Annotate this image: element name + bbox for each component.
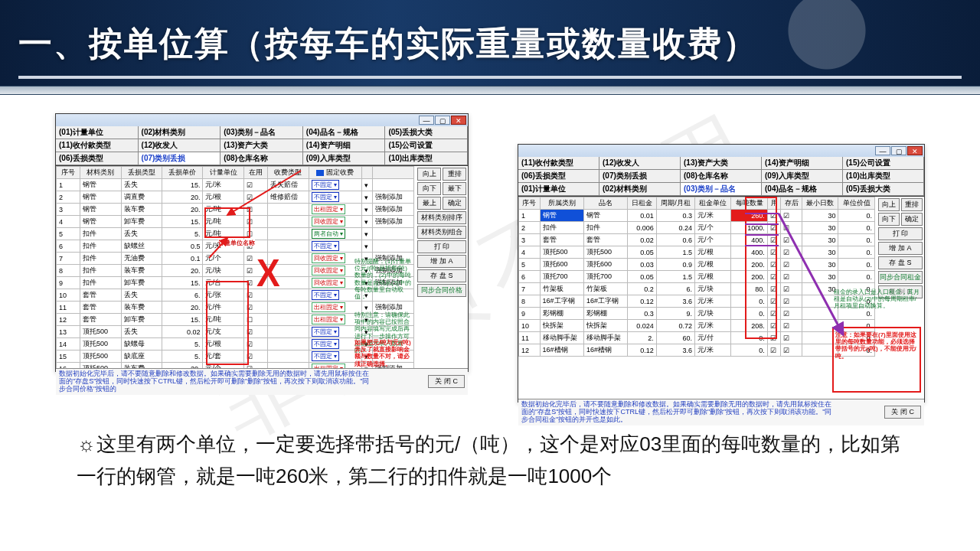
left-footer: 数据初始化完毕后，请不要随意删除和修改数据。如果确实需要删除无用的数据时，请先用… bbox=[56, 368, 468, 395]
side-button[interactable]: 材料类别组合 bbox=[417, 226, 466, 239]
side-button[interactable]: 最上 bbox=[417, 197, 441, 210]
tab[interactable]: (01)计量单位 bbox=[518, 183, 599, 196]
tab[interactable]: (08)仓库名称 bbox=[681, 170, 762, 183]
window-max[interactable]: ▢ bbox=[435, 116, 450, 125]
tab[interactable]: (12)收发人 bbox=[139, 139, 221, 152]
tab[interactable]: (04)品名－规格 bbox=[762, 183, 843, 196]
tab[interactable]: (15)公司设置 bbox=[385, 139, 468, 152]
table-row[interactable]: 1钢管钢管0.010.3元/米260.☑☑300. bbox=[519, 210, 875, 222]
left-window: — ▢ ✕ (01)计量单位(02)材料类别(03)类别－品名(04)品名－规格… bbox=[55, 113, 469, 372]
tab[interactable]: (05)丢损大类 bbox=[843, 183, 924, 196]
table-row[interactable]: 9扣件卸车费15.元/台☑回收固定 ▾▾强制添加 bbox=[57, 277, 414, 289]
table-row[interactable]: 3钢管装车费20.元/吨☑出租固定 ▾▾强制添加 bbox=[57, 204, 414, 216]
table-row[interactable]: 9彩钢棚彩钢棚0.39.元/块0.☑☑0. bbox=[519, 308, 875, 320]
table-row[interactable]: 10快拆架快拆架0.0240.72元/米208.☑☑0. bbox=[519, 320, 875, 332]
table-row[interactable]: 6扣件缺螺丝0.5元/米☑不固定 ▾▾ bbox=[57, 240, 414, 253]
side-button[interactable]: 材料类别排序 bbox=[417, 211, 466, 224]
tab[interactable]: (02)材料类别 bbox=[599, 183, 681, 196]
tab[interactable]: (06)丢损类型 bbox=[518, 170, 599, 183]
col-header: 单位价值 bbox=[838, 197, 875, 210]
table-row[interactable]: 1钢管丢失15.元/米☑丢失赔偿不固定 ▾▾ bbox=[57, 179, 414, 191]
side-button[interactable]: 增 加 A bbox=[878, 242, 923, 255]
side-button[interactable]: 打 印 bbox=[417, 240, 466, 253]
window-close[interactable]: ✕ bbox=[907, 146, 923, 155]
table-row[interactable]: 12套管卸车费15.元/吨☐出租固定 ▾▾ bbox=[57, 314, 414, 326]
tab[interactable]: (13)资产大类 bbox=[681, 157, 762, 170]
table-row[interactable]: 13顶托500丢失0.02元/支☑不固定 ▾▾ bbox=[57, 326, 414, 338]
table-row[interactable]: 15顶托500缺底座5.元/套☑不固定 ▾▾ bbox=[57, 350, 414, 363]
right-footer: 数据初始化完毕后，请不要随意删除和修改数据。如果确实需要删除无用的数据时，请先用… bbox=[518, 399, 924, 425]
tab[interactable]: (03)类别－品名 bbox=[681, 183, 762, 196]
tab[interactable]: (09)入库类型 bbox=[762, 170, 843, 183]
tab[interactable]: (10)出库类型 bbox=[385, 152, 468, 165]
tab[interactable]: (12)收发人 bbox=[599, 157, 681, 170]
slide-title: 一、按单位算（按每车的实际重量或数量收费） bbox=[18, 21, 962, 79]
col-header: 所属类别 bbox=[540, 197, 583, 210]
table-row[interactable]: 6顶托700顶托7000.051.5元/根200.☑☑300. bbox=[519, 271, 875, 283]
tab[interactable]: (06)丢损类型 bbox=[56, 152, 139, 165]
table-row[interactable]: 5顶托600顶托6000.030.9元/根200.☑☑300. bbox=[519, 259, 875, 271]
table-row[interactable]: 5扣件丢失5.元/吨☐两者自动 ▾▾ bbox=[57, 228, 414, 240]
side-button[interactable]: 同步合同租金 bbox=[878, 271, 923, 284]
col-header: 计量单位 bbox=[203, 167, 243, 179]
side-button[interactable]: 增 加 A bbox=[417, 255, 466, 268]
tab[interactable]: (05)丢损大类 bbox=[385, 126, 468, 139]
side-button[interactable]: 向上 bbox=[417, 168, 441, 181]
tab[interactable]: (01)计量单位 bbox=[56, 126, 139, 139]
right-side-buttons: 向上重排向下确定打 印增 加 A存 盘 S同步合同租金复 制 E bbox=[878, 197, 923, 298]
tab[interactable]: (11)收付款类型 bbox=[56, 139, 139, 152]
side-button[interactable]: 重排 bbox=[443, 168, 466, 181]
table-row[interactable]: 4钢管卸车费15.元/吨☑回收固定 ▾▾强制添加 bbox=[57, 216, 414, 228]
table-row[interactable]: 7扣件无油费0.1元/个☑回收固定 ▾▾强制添加 bbox=[57, 253, 414, 265]
tab[interactable]: (13)资产大类 bbox=[220, 139, 303, 152]
side-button[interactable]: 最下 bbox=[443, 182, 466, 195]
tab[interactable]: (15)公司设置 bbox=[843, 157, 924, 170]
table-row[interactable]: 7竹架板竹架板0.26.元/块80.☑☑300. bbox=[519, 283, 875, 295]
tab[interactable]: (14)资产明细 bbox=[303, 139, 386, 152]
window-max[interactable]: ▢ bbox=[891, 146, 906, 155]
side-button[interactable]: 同步合同价格 bbox=[417, 284, 466, 297]
tab[interactable]: (04)品名－规格 bbox=[303, 126, 386, 139]
table-row[interactable]: 14顶托500缺螺母5.元/根☑不固定 ▾▾ bbox=[57, 338, 414, 350]
left-side-buttons: 向上重排向下最下最上确定材料类别排序材料类别组合打 印增 加 A存 盘 S同步合… bbox=[417, 166, 466, 297]
table-row[interactable]: 2扣件扣件0.0060.24元/个1000.☑☑300. bbox=[519, 222, 875, 234]
table-row[interactable]: 1216#槽钢16#槽钢0.123.6元/米0.☑☑0. bbox=[519, 344, 875, 357]
tab[interactable]: (02)材料类别 bbox=[139, 126, 221, 139]
window-min[interactable]: — bbox=[419, 116, 434, 125]
side-button[interactable]: 重排 bbox=[901, 198, 923, 211]
table-row[interactable]: 10套管丢失6.元/张☑不固定 ▾▾ bbox=[57, 289, 414, 302]
table-row[interactable]: 11移动脚手架移动脚手架2.60.元/付0.☑☑0. bbox=[519, 332, 875, 344]
tab[interactable]: (10)出库类型 bbox=[843, 170, 924, 183]
table-row[interactable]: 2钢管调直费20.元/根☑维修赔偿不固定 ▾▾强制添加 bbox=[57, 191, 414, 204]
side-button[interactable]: 存 盘 S bbox=[878, 256, 923, 269]
side-button[interactable]: 向上 bbox=[878, 198, 900, 211]
side-button[interactable]: 向下 bbox=[878, 213, 900, 226]
tab[interactable]: (08)仓库名称 bbox=[220, 152, 303, 165]
right-close-button[interactable]: 关 闭 C bbox=[884, 406, 921, 419]
tab[interactable]: (03)类别－品名 bbox=[220, 126, 303, 139]
left-tabs: (01)计量单位(02)材料类别(03)类别－品名(04)品名－规格(05)丢损… bbox=[56, 126, 468, 166]
tab[interactable]: (11)收付款类型 bbox=[518, 157, 599, 170]
table-row[interactable]: 11套管装车费20.元/件☑出租固定 ▾▾强制添加 bbox=[57, 302, 414, 314]
table-row[interactable]: 4顶托500顶托5000.051.5元/根400.☑☑300. bbox=[519, 246, 875, 259]
tab[interactable]: (09)入库类型 bbox=[303, 152, 386, 165]
table-row[interactable]: 16顶托500装车费20.元/个☑出租固定 ▾▾强制添加 bbox=[57, 363, 414, 369]
side-button[interactable]: 确定 bbox=[443, 197, 466, 210]
side-button[interactable]: 复 制 E bbox=[878, 285, 923, 298]
tab[interactable]: (14)资产明细 bbox=[762, 157, 843, 170]
window-min[interactable]: — bbox=[875, 146, 890, 155]
window-close[interactable]: ✕ bbox=[451, 116, 466, 125]
side-button[interactable]: 存 盘 S bbox=[417, 269, 466, 282]
side-button[interactable]: 向下 bbox=[417, 182, 441, 195]
tab[interactable]: (07)类别丢损 bbox=[139, 152, 221, 165]
table-row[interactable]: 816#工字钢16#工字钢0.123.6元/米0.☑☑0. bbox=[519, 295, 875, 308]
side-button[interactable]: 打 印 bbox=[878, 227, 923, 240]
tab[interactable]: (07)类别丢损 bbox=[599, 170, 681, 183]
table-row[interactable]: 8扣件装车费20.元/块☑回收固定 ▾▾强制添加 bbox=[57, 265, 414, 277]
table-row[interactable]: 3套管套管0.020.6元/个400.☑☑300. bbox=[519, 234, 875, 246]
right-table: 序号所属类别品名日租金周期/月租租金单位每吨数量用存后最小日数单位价值1钢管钢管… bbox=[518, 197, 875, 357]
col-header: 品名 bbox=[583, 197, 627, 210]
right-window: — ▢ ✕ (11)收付款类型(12)收发人(13)资产大类(14)资产明细(1… bbox=[518, 144, 925, 403]
left-close-button[interactable]: 关 闭 C bbox=[428, 375, 465, 388]
side-button[interactable]: 确定 bbox=[901, 213, 923, 226]
